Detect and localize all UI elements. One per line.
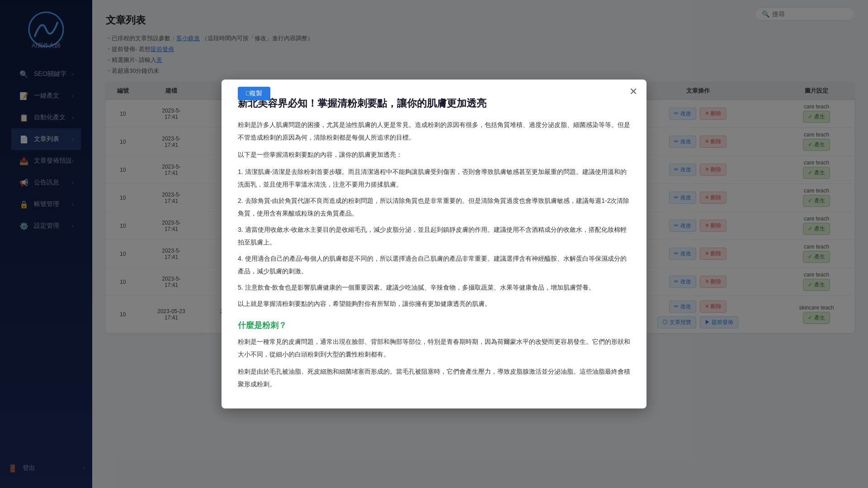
modal-section2-title: 什麼是粉刺？ (238, 320, 630, 331)
modal-step-2: 2. 去除角質-由於角質代謝不良而造成的粉刺問題，所以清除角質也是非常重要的。但… (238, 194, 630, 220)
close-button[interactable]: ✕ (629, 87, 637, 97)
copy-button[interactable]: □複製 (238, 87, 270, 100)
modal-body: 粉刺是許多人肌膚問題的困擾，尤其是油性肌膚的人更是常見。造成粉刺的原因有很多，包… (238, 118, 630, 310)
modal-title: 新北美容界必知！掌握清粉刺要點，讓你的肌膚更加透亮 (238, 97, 630, 110)
modal-outro: 以上就是掌握清粉刺要點的內容，希望能夠對你有所幫助，讓你擁有更加健康透亮的肌膚。 (238, 297, 630, 310)
modal-step-3: 3. 適當使用收斂水-收斂水主要目的是收縮毛孔，減少皮脂分泌，並且起到鎮靜皮膚的… (238, 223, 630, 249)
modal-step-4: 4. 使用適合自己的產品-每個人的肌膚都是不同的，所以選擇適合自己肌膚的產品非常… (238, 252, 630, 277)
modal-section2-p2: 粉刺是由於毛孔被油脂、死皮細胞和細菌堵塞而形成的。當毛孔被阻塞時，它們會產生壓力… (238, 365, 630, 390)
modal-intro2: 以下是一些掌握清粉刺要點的內容，讓你的肌膚更加透亮： (238, 148, 630, 161)
modal-dialog: □複製 ✕ 新北美容界必知！掌握清粉刺要點，讓你的肌膚更加透亮 粉刺是許多人肌膚… (222, 80, 646, 408)
modal-overlay[interactable]: □複製 ✕ 新北美容界必知！掌握清粉刺要點，讓你的肌膚更加透亮 粉刺是許多人肌膚… (0, 0, 868, 488)
modal-step-1: 1. 清潔肌膚-清潔是去除粉刺首要步驟。而且清潔過程中不能夠讓肌膚受到傷害，否則… (238, 165, 630, 191)
modal-section2-body: 粉刺是一種常見的皮膚問題，通常出現在臉部、背部和胸部等部位，特別是青春期時期，因… (238, 335, 630, 390)
modal-intro: 粉刺是許多人肌膚問題的困擾，尤其是油性肌膚的人更是常見。造成粉刺的原因有很多，包… (238, 118, 630, 144)
modal-step-5: 5. 注意飲食-飲食也是影響肌膚健康的一個重要因素。建議少吃油膩、辛辣食物，多攝… (238, 281, 630, 294)
modal-section2-p1: 粉刺是一種常見的皮膚問題，通常出現在臉部、背部和胸部等部位，特別是青春期時期，因… (238, 335, 630, 361)
